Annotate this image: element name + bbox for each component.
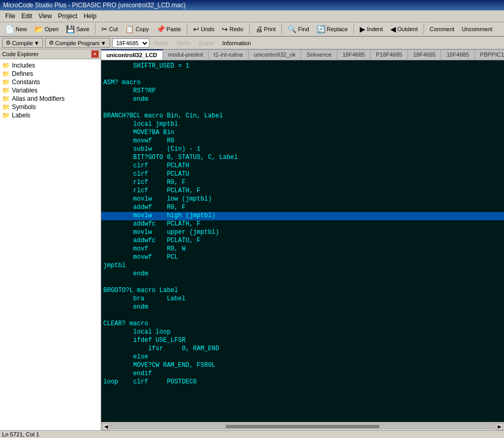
folder-icon-alias: 📁: [2, 95, 10, 102]
code-line-18[interactable]: addwf R0, F: [101, 204, 504, 212]
folder-icon-symbols: 📁: [2, 103, 10, 111]
scroll-left-button[interactable]: ◀: [102, 423, 110, 430]
code-line-6[interactable]: [101, 104, 504, 112]
code-line-16[interactable]: rlcf PCLATH, F: [101, 187, 504, 195]
cut-button[interactable]: ✂ Cut: [98, 23, 121, 35]
code-line-4[interactable]: RST?RP: [101, 87, 504, 96]
tree-item-labels[interactable]: 📁 Labels: [0, 111, 101, 120]
code-line-26[interactable]: endm: [101, 270, 504, 278]
code-line-15[interactable]: rlcf R0, F: [101, 179, 504, 187]
code-line-12[interactable]: BIT?GOTO 0, STATUS, C, Label: [101, 154, 504, 162]
code-line-23[interactable]: movf R0, W: [101, 245, 504, 254]
code-line-31[interactable]: [101, 312, 504, 320]
code-line-37[interactable]: MOVE?CW RAM_END, FSR0L: [101, 362, 504, 370]
code-line-20[interactable]: addwfc PCLATH, F: [101, 220, 504, 229]
new-icon: 📄: [5, 25, 14, 33]
code-line-25[interactable]: jmptbl: [101, 262, 504, 270]
code-line-27[interactable]: [101, 278, 504, 287]
save-button[interactable]: 💾 Save: [63, 23, 92, 35]
code-line-13[interactable]: clrf PCLATH: [101, 162, 504, 170]
new-button[interactable]: 📄 New: [2, 23, 30, 35]
toolbar2: ⚙ Compile ▼ ⚙ Compile Program ▼ 18F4685 …: [0, 37, 504, 49]
outdent-button[interactable]: ◀ Outdent: [387, 23, 421, 35]
tab-unicontrol32_LCD[interactable]: unicontrolI32_LCD: [101, 49, 163, 60]
open-button[interactable]: 📂 Open: [31, 23, 62, 35]
code-explorer-close[interactable]: ✕: [91, 50, 99, 58]
code-line-30[interactable]: endm: [101, 303, 504, 312]
code-line-29[interactable]: bra Label: [101, 295, 504, 303]
code-line-8[interactable]: local jmptbl: [101, 121, 504, 129]
menu-file[interactable]: File: [2, 11, 18, 21]
tab-t1_int_rutina[interactable]: t1-int-rutina: [209, 49, 249, 60]
indent-button[interactable]: ▶ Indent: [357, 23, 386, 35]
code-line-28[interactable]: BRGOTO?L macro Label: [101, 287, 504, 295]
code-line-17[interactable]: movlw low (jmptbl): [101, 195, 504, 204]
comment-button[interactable]: Comment: [427, 24, 458, 34]
code-line-3[interactable]: ASM? macro: [101, 79, 504, 87]
code-line-22[interactable]: addwfc PCLATU, F: [101, 237, 504, 245]
code-line-39[interactable]: loop clrf POSTDEC0: [101, 378, 504, 387]
information-button[interactable]: Information: [219, 39, 254, 47]
tab-sekvence[interactable]: Sekvence: [301, 49, 337, 60]
paste-button[interactable]: 📌 Paste: [153, 23, 184, 35]
erase-button[interactable]: Erase: [196, 39, 217, 47]
device-select[interactable]: 18F4685: [112, 38, 149, 48]
find-icon: 🔍: [288, 25, 296, 33]
code-line-34[interactable]: ifdef USE_LFSR: [101, 337, 504, 345]
main-area: Code Explorer ✕ 📁 Includes 📁 Defines 📁 C…: [0, 49, 504, 430]
menu-edit[interactable]: Edit: [18, 11, 35, 21]
find-button[interactable]: 🔍 Find: [284, 23, 312, 35]
code-line-24[interactable]: movwf PCL: [101, 254, 504, 262]
tree-item-alias[interactable]: 📁 Alias and Modifiers: [0, 95, 101, 103]
code-line-9[interactable]: MOVE?BA Bin: [101, 129, 504, 137]
code-line-35[interactable]: lfsr 0, RAM_END: [101, 345, 504, 353]
tree-item-symbols[interactable]: 📁 Symbols: [0, 103, 101, 111]
menu-project[interactable]: Project: [55, 11, 80, 21]
scroll-thumb[interactable]: [226, 425, 379, 428]
code-line-10[interactable]: movwf R0: [101, 137, 504, 145]
compile-program-button[interactable]: ⚙ Compile Program ▼: [45, 38, 110, 48]
tab-unicontrol32_ok[interactable]: unicontrolI32_ok: [249, 49, 302, 60]
tree-item-includes[interactable]: 📁 Includes: [0, 61, 101, 70]
code-line-32[interactable]: CLEAR? macro: [101, 320, 504, 328]
code-line-7[interactable]: BRANCH?BCL macro Bin, Cin, Label: [101, 112, 504, 121]
verify-button[interactable]: Verify: [173, 39, 194, 47]
code-line-11[interactable]: sublw (Cin) - 1: [101, 145, 504, 154]
code-line-1[interactable]: SHIFTR_USED = 1: [101, 62, 504, 71]
menu-help[interactable]: Help: [80, 11, 100, 21]
menu-bar: File Edit View Project Help: [0, 10, 504, 22]
tab-18F4685_3[interactable]: 18F4685: [441, 49, 474, 60]
tab-PBPPIC18[interactable]: PBPPIC18: [475, 49, 504, 60]
code-line-33[interactable]: local loop: [101, 328, 504, 337]
code-line-19[interactable]: movlw high (jmptbl): [101, 212, 504, 220]
tab-modul_predint[interactable]: modul-predint: [163, 49, 209, 60]
read-button[interactable]: Read: [152, 39, 171, 47]
replace-button[interactable]: 🔄 Replace: [314, 23, 351, 35]
menu-view[interactable]: View: [35, 11, 55, 21]
code-line-2[interactable]: [101, 71, 504, 79]
tree-item-constants[interactable]: 📁 Constants: [0, 78, 101, 86]
editor-area: unicontrolI32_LCDmodul-predintt1-int-rut…: [101, 49, 504, 430]
code-line-38[interactable]: endif: [101, 370, 504, 378]
scroll-right-button[interactable]: ▶: [496, 423, 503, 430]
code-line-14[interactable]: clrf PCLATU: [101, 170, 504, 179]
undo-button[interactable]: ↩ Undo: [190, 23, 217, 35]
tree-item-defines[interactable]: 📁 Defines: [0, 70, 101, 78]
redo-icon: ↪: [222, 25, 228, 33]
code-editor[interactable]: SHIFTR_USED = 1ASM? macro RST?RP endmBRA…: [101, 60, 504, 422]
print-button[interactable]: 🖨 Print: [252, 23, 279, 35]
code-explorer: Code Explorer ✕ 📁 Includes 📁 Defines 📁 C…: [0, 49, 101, 430]
tree-item-variables[interactable]: 📁 Variables: [0, 86, 101, 95]
code-line-36[interactable]: else: [101, 353, 504, 362]
replace-icon: 🔄: [317, 25, 325, 33]
paste-icon: 📌: [156, 25, 165, 33]
tab-18F4685_2[interactable]: 18F4685: [408, 49, 441, 60]
code-line-5[interactable]: endm: [101, 96, 504, 104]
uncomment-button[interactable]: Uncomment: [458, 24, 495, 34]
tab-18F4685_1[interactable]: 18F4685: [337, 49, 371, 60]
compile-button[interactable]: ⚙ Compile ▼: [2, 38, 43, 48]
redo-button[interactable]: ↪ Redo: [219, 23, 246, 35]
code-line-21[interactable]: movlw upper (jmptbl): [101, 229, 504, 237]
tab-P18F4685[interactable]: P18F4685: [371, 49, 408, 60]
copy-button[interactable]: 📋 Copy: [122, 23, 152, 35]
